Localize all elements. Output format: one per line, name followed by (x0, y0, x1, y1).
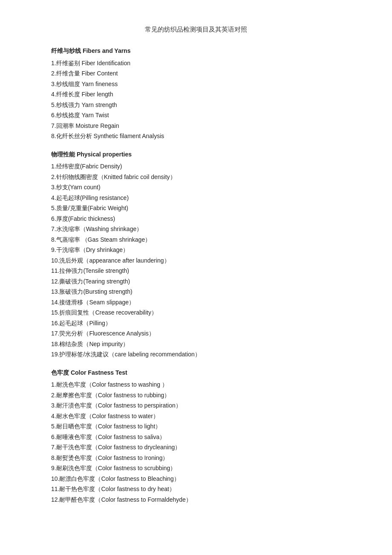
list-item: 1.耐洗色牢度（Color fastness to washing ） (51, 379, 341, 390)
list-item: 7.耐干洗色牢度（Color fastness to drycleaning） (51, 442, 341, 453)
list-item: 3.纱线细度 Yarn fineness (51, 79, 341, 90)
list-item: 3.耐汗渍色牢度（Color fastness to perspiration） (51, 400, 341, 411)
list-item: 2.针织物线圈密度（Knitted fabric coil density） (51, 172, 341, 182)
list-item: 17.荧光分析（Fluorescence Analysis） (51, 328, 341, 339)
list-item: 13.胀破强力(Bursting strength) (51, 286, 341, 297)
list-item: 5.纱线强力 Yarn strength (51, 100, 341, 110)
list-item: 1.经纬密度(Fabric Density) (51, 161, 341, 172)
list-item: 12.耐甲醛色牢度（Color fastness to Formaldehyde… (51, 494, 341, 505)
list-item: 10.耐漂白色牢度（Color fastness to Bleaching） (51, 474, 341, 484)
list-item: 11.拉伸强力(Tensile strength) (51, 266, 341, 276)
list-item: 4.纤维长度 Fiber length (51, 89, 341, 100)
list-item: 6.厚度(Fabric thickness) (51, 214, 341, 224)
section-heading-0: 纤维与纱线 Fibers and Yarns (51, 46, 341, 56)
list-item: 4.耐水色牢度（Color fastness to water） (51, 411, 341, 422)
list-item: 8.气蒸缩率 （Gas Steam shrinkage） (51, 234, 341, 245)
list-item: 16.起毛起球（Pilling） (51, 318, 341, 329)
list-item: 8.耐熨烫色牢度（Color fastness to Ironing） (51, 453, 341, 463)
list-item: 8.化纤长丝分析 Synthetic filament Analysis (51, 131, 341, 142)
list-item: 9.干洗缩率（Dry shrinkage） (51, 245, 341, 255)
list-item: 6.纱线捻度 Yarn Twist (51, 110, 341, 121)
list-item: 2.纤维含量 Fiber Content (51, 68, 341, 79)
list-item: 12.撕破强力(Tearing strength) (51, 276, 341, 287)
list-item: 6.耐唾液色牢度（Color fastness to saliva） (51, 432, 341, 442)
page-title: 常见的纺织品检测项目及其英语对照 (51, 26, 341, 34)
list-item: 5.耐日晒色牢度（Color fastness to light） (51, 421, 341, 432)
list-item: 14.接缝滑移（Seam slippage） (51, 297, 341, 308)
list-item: 4.起毛起球(Pilling resistance) (51, 193, 341, 203)
list-item: 1.纤维鉴别 Fiber Identification (51, 58, 341, 69)
list-item: 10.洗后外观（appearance after laundering） (51, 255, 341, 266)
list-item: 3.纱支(Yarn count) (51, 182, 341, 193)
list-item: 15.折痕回复性（Crease recoverability） (51, 307, 341, 318)
list-item: 11.耐干热色牢度（Color fastness to dry heat） (51, 484, 341, 494)
list-item: 18.棉结杂质（Nep impurity） (51, 339, 341, 350)
section-heading-1: 物理性能 Physical properties (51, 149, 341, 160)
list-item: 5.质量/克重量(Fabric Weight) (51, 203, 341, 214)
list-item: 9.耐刷洗色牢度（Color fastness to scrubbing） (51, 463, 341, 474)
list-item: 2.耐摩擦色牢度（Color fastness to rubbing） (51, 390, 341, 401)
list-item: 7.回潮率 Moisture Regain (51, 121, 341, 131)
list-item: 7.水洗缩率（Washing shrinkage） (51, 224, 341, 234)
section-heading-2: 色牢度 Color Fastness Test (51, 367, 341, 378)
list-item: 19.护理标签/水洗建议（care labeling recommendatio… (51, 349, 341, 360)
